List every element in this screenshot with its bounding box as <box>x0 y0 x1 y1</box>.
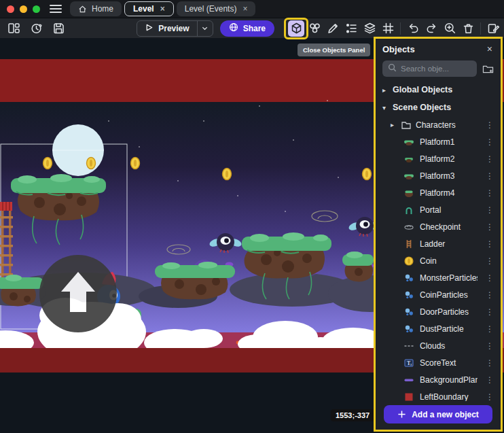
object-row-coinparticles[interactable]: CoinParticles⋮ <box>376 286 501 303</box>
object-menu-kebab-icon[interactable]: ⋮ <box>483 137 501 147</box>
preview-button[interactable]: Preview <box>137 20 213 37</box>
object-row-doorparticles[interactable]: DoorParticles⋮ <box>376 303 501 320</box>
tab-level-close-icon[interactable]: × <box>160 4 165 14</box>
tab-level[interactable]: Level × <box>124 1 174 16</box>
window-controls <box>7 5 40 13</box>
object-row-dustparticle[interactable]: DustParticle⋮ <box>376 320 501 337</box>
object-row-checkpoint[interactable]: Checkpoint⋮ <box>376 218 501 235</box>
boundary-thumbnail-icon <box>403 391 414 401</box>
zoom-in-icon[interactable] <box>442 20 458 37</box>
search-placeholder: Search obje... <box>401 65 449 73</box>
tab-level-events[interactable]: Level (Events) × <box>177 1 256 16</box>
toolbar-separator <box>480 22 481 35</box>
objects-cube-icon[interactable] <box>288 20 304 37</box>
object-row-platform2[interactable]: Platform2⋮ <box>376 150 501 167</box>
particles-thumbnail-icon <box>403 289 414 300</box>
toolbar-separator <box>400 22 401 35</box>
object-row-ladder[interactable]: Ladder⋮ <box>376 235 501 252</box>
object-menu-kebab-icon[interactable]: ⋮ <box>483 222 501 232</box>
object-row-clouds[interactable]: Clouds⋮ <box>376 337 501 354</box>
particles-thumbnail-icon <box>403 323 414 334</box>
object-row-coin[interactable]: Coin⋮ <box>376 252 501 269</box>
object-label: Coin <box>420 256 478 266</box>
object-menu-kebab-icon[interactable]: ⋮ <box>483 273 501 283</box>
add-folder-icon[interactable] <box>482 64 494 74</box>
object-label: LeftBoundary <box>420 392 478 402</box>
objects-panel-header: Objects × <box>376 39 501 59</box>
layers-icon[interactable] <box>361 20 378 37</box>
object-folder-characters[interactable]: ▸Characters⋮ <box>376 116 501 133</box>
object-menu-kebab-icon[interactable]: ⋮ <box>483 392 501 402</box>
objects-panel: Objects × Search obje... ▸Global Objects… <box>374 37 503 432</box>
chevron-right-icon[interactable]: ▸ <box>391 121 396 128</box>
search-input[interactable]: Search obje... <box>382 60 477 77</box>
trash-icon[interactable] <box>460 20 476 37</box>
redo-icon[interactable] <box>423 20 439 37</box>
portal-thumbnail-icon <box>403 204 414 215</box>
close-window-button[interactable] <box>7 5 14 13</box>
object-menu-kebab-icon[interactable]: ⋮ <box>483 205 501 215</box>
object-menu-kebab-icon[interactable]: ⋮ <box>483 239 501 249</box>
chevron-down-icon[interactable]: ▾ <box>382 104 388 111</box>
object-menu-kebab-icon[interactable]: ⋮ <box>483 256 501 266</box>
objects-tree: ▸Global Objects▾Scene Objects▸Characters… <box>376 81 501 401</box>
add-new-object-label: Add a new object <box>412 410 479 419</box>
tab-home[interactable]: Home <box>70 1 122 16</box>
undo-icon[interactable] <box>405 20 421 37</box>
dashes-thumbnail-icon <box>403 340 414 351</box>
tab-level-events-close-icon[interactable]: × <box>242 4 247 14</box>
edit-scene-icon[interactable] <box>485 20 501 37</box>
object-label: Checkpoint <box>420 222 478 232</box>
object-menu-kebab-icon[interactable]: ⋮ <box>483 120 501 130</box>
panel-layout-icon[interactable] <box>5 20 22 37</box>
object-menu-kebab-icon[interactable]: ⋮ <box>483 188 501 198</box>
object-row-platform1[interactable]: Platform1⋮ <box>376 133 501 150</box>
add-new-object-button[interactable]: Add a new object <box>384 405 492 423</box>
object-label: MonsterParticles <box>420 273 478 283</box>
object-menu-kebab-icon[interactable]: ⋮ <box>483 358 501 368</box>
object-menu-kebab-icon[interactable]: ⋮ <box>483 341 501 351</box>
platform-b-thumbnail-icon <box>403 153 414 164</box>
object-label: Portal <box>420 205 478 215</box>
object-row-platform4[interactable]: Platform4⋮ <box>376 184 501 201</box>
preview-options-chevron-down-icon[interactable] <box>198 24 213 32</box>
particles-thumbnail-icon <box>403 306 414 317</box>
object-menu-kebab-icon[interactable]: ⋮ <box>483 171 501 181</box>
object-groups-icon[interactable] <box>306 20 323 37</box>
pencil-icon[interactable] <box>325 20 341 37</box>
close-panel-icon[interactable]: × <box>486 44 494 54</box>
minimize-window-button[interactable] <box>20 5 27 13</box>
scoretext-thumbnail-icon: Tx <box>403 357 414 368</box>
object-folder-label: Characters <box>416 120 479 130</box>
coin-thumbnail-icon <box>403 255 414 266</box>
object-row-monsterparticles[interactable]: MonsterParticles⋮ <box>376 269 501 286</box>
object-menu-kebab-icon[interactable]: ⋮ <box>483 324 501 334</box>
tree-header-global-objects[interactable]: ▸Global Objects <box>376 81 501 99</box>
object-row-scoretext[interactable]: TxScoreText⋮ <box>376 354 501 371</box>
platform-a-thumbnail-icon <box>403 136 414 148</box>
platform-d-thumbnail-icon <box>403 187 414 198</box>
object-row-platform3[interactable]: Platform3⋮ <box>376 167 501 184</box>
object-menu-kebab-icon[interactable]: ⋮ <box>483 307 501 317</box>
chevron-right-icon[interactable]: ▸ <box>382 86 388 94</box>
grid-icon[interactable] <box>380 20 396 37</box>
maximize-window-button[interactable] <box>33 5 40 13</box>
toolbar: Preview Share <box>0 18 504 38</box>
object-row-leftboundary[interactable]: LeftBoundary⋮ <box>376 388 501 401</box>
object-row-backgroundplants[interactable]: BackgroundPlants⋮ <box>376 371 501 388</box>
object-label: ScoreText <box>420 358 478 368</box>
object-menu-kebab-icon[interactable]: ⋮ <box>483 375 501 385</box>
object-menu-kebab-icon[interactable]: ⋮ <box>483 290 501 300</box>
share-button[interactable]: Share <box>220 20 274 37</box>
tree-header-scene-objects[interactable]: ▾Scene Objects <box>376 99 501 116</box>
tooltip-close-objects-panel: Close Objects Panel <box>298 44 370 56</box>
save-icon[interactable] <box>50 20 67 37</box>
globe-icon <box>229 22 238 34</box>
instances-list-icon[interactable] <box>343 20 359 37</box>
object-row-portal[interactable]: Portal⋮ <box>376 201 501 218</box>
particles-thumbnail-icon <box>403 272 414 283</box>
main-menu-icon[interactable] <box>50 5 62 13</box>
object-menu-kebab-icon[interactable]: ⋮ <box>483 154 501 164</box>
object-label: Ladder <box>420 239 478 249</box>
history-icon[interactable] <box>28 20 44 37</box>
